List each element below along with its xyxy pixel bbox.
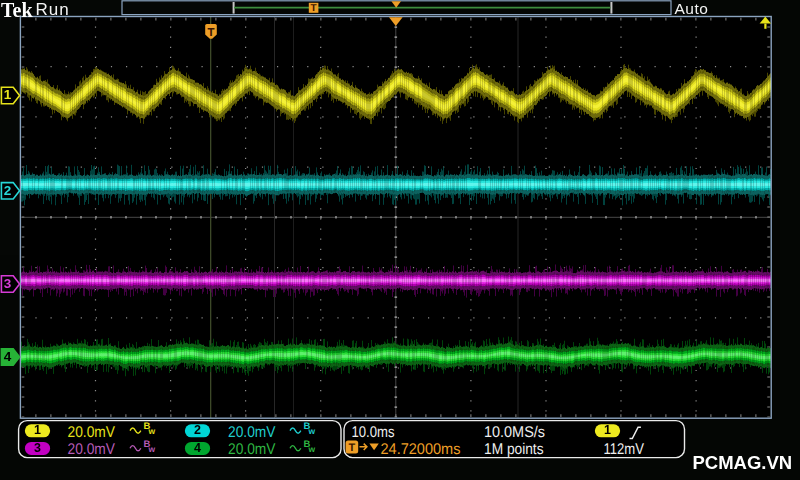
svg-text:w: w [147,426,155,436]
svg-text:24.72000ms: 24.72000ms [381,441,461,458]
svg-text:10.0ms: 10.0ms [352,424,395,441]
svg-text:20.0mV: 20.0mV [68,424,116,441]
svg-text:T: T [349,442,356,454]
svg-text:T: T [207,27,214,39]
svg-text:10.0MS/s: 10.0MS/s [484,424,545,441]
svg-text:20.0mV: 20.0mV [228,424,276,441]
svg-text:112mV: 112mV [604,441,645,458]
svg-text:20.0mV: 20.0mV [228,441,276,458]
svg-text:w: w [307,426,315,436]
svg-text:w: w [147,444,155,454]
svg-text:20.0mV: 20.0mV [68,441,116,458]
svg-text:T: T [311,3,317,14]
svg-text:1M points: 1M points [484,441,544,458]
svg-text:w: w [307,444,315,454]
